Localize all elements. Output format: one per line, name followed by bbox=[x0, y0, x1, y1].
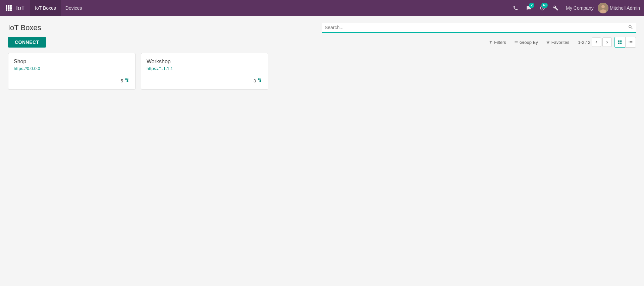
search-container bbox=[322, 23, 636, 33]
clock-badge: 40 bbox=[541, 3, 548, 8]
page-info: 1-2 / 2 bbox=[578, 40, 590, 45]
iot-card-workshop[interactable]: Workshop https://1.1.1.1 3 bbox=[141, 53, 268, 90]
chevron-right-icon bbox=[605, 40, 609, 45]
user-avatar[interactable] bbox=[598, 3, 608, 13]
filter-bar: Filters Group By Favorites bbox=[485, 39, 573, 46]
iot-card-shop[interactable]: Shop https://0.0.0.0 5 bbox=[8, 53, 136, 90]
search-input[interactable] bbox=[322, 23, 636, 33]
company-name[interactable]: My Company bbox=[563, 5, 596, 11]
card-url: https://1.1.1.1 bbox=[147, 66, 263, 71]
svg-rect-0 bbox=[6, 5, 7, 7]
chat-badge: 2 bbox=[529, 3, 534, 8]
chat-icon-btn[interactable]: 2 bbox=[523, 2, 535, 14]
filters-button[interactable]: Filters bbox=[485, 39, 509, 46]
star-icon bbox=[546, 40, 550, 44]
tools-icon-btn[interactable] bbox=[550, 2, 562, 14]
topnav: IoT IoT Boxes Devices 2 40 bbox=[0, 0, 644, 16]
svg-rect-4 bbox=[8, 7, 10, 9]
topnav-menu: IoT Boxes Devices bbox=[30, 0, 87, 16]
list-icon bbox=[628, 40, 633, 45]
card-device-count: 3 bbox=[254, 78, 256, 83]
group-icon bbox=[514, 40, 518, 44]
card-name: Shop bbox=[14, 59, 130, 65]
prev-page-button[interactable] bbox=[592, 38, 601, 47]
connect-button[interactable]: CONNECT bbox=[8, 37, 46, 48]
svg-point-11 bbox=[600, 9, 606, 13]
svg-rect-7 bbox=[8, 9, 10, 11]
svg-rect-6 bbox=[6, 9, 7, 11]
nav-iot-boxes[interactable]: IoT Boxes bbox=[30, 0, 61, 16]
phone-icon-btn[interactable] bbox=[509, 2, 522, 14]
kanban-view-button[interactable] bbox=[614, 37, 625, 48]
grid-menu-icon[interactable] bbox=[4, 3, 13, 13]
plug-icon bbox=[257, 77, 263, 84]
svg-rect-2 bbox=[10, 5, 12, 7]
card-device-count: 5 bbox=[121, 78, 123, 83]
main-content: IoT Boxes CONNECT Filters bbox=[0, 16, 644, 96]
view-switcher bbox=[614, 37, 636, 48]
username[interactable]: Mitchell Admin bbox=[610, 5, 640, 11]
pagination: 1-2 / 2 bbox=[578, 38, 612, 47]
svg-point-10 bbox=[601, 5, 605, 8]
chevron-left-icon bbox=[594, 40, 599, 45]
toolbar: CONNECT Filters Group By Fa bbox=[8, 37, 636, 48]
card-footer: 5 bbox=[14, 72, 130, 84]
group-by-button[interactable]: Group By bbox=[511, 39, 541, 46]
search-icon[interactable] bbox=[628, 24, 633, 31]
svg-rect-8 bbox=[10, 9, 12, 11]
nav-devices[interactable]: Devices bbox=[61, 0, 87, 16]
next-page-button[interactable] bbox=[602, 38, 612, 47]
page-title: IoT Boxes bbox=[8, 23, 322, 32]
activity-icon-btn[interactable]: 40 bbox=[536, 2, 548, 14]
svg-rect-1 bbox=[8, 5, 10, 7]
topnav-right: 2 40 My Company Mitchell Admin bbox=[509, 2, 640, 14]
app-name: IoT bbox=[16, 5, 25, 12]
list-view-button[interactable] bbox=[625, 37, 636, 48]
kanban-icon bbox=[618, 40, 622, 45]
favorites-button[interactable]: Favorites bbox=[543, 39, 573, 46]
cards-grid: Shop https://0.0.0.0 5 Workshop https://… bbox=[8, 53, 636, 90]
plug-icon bbox=[124, 77, 130, 84]
card-url: https://0.0.0.0 bbox=[14, 66, 130, 71]
card-name: Workshop bbox=[147, 59, 263, 65]
filter-icon bbox=[489, 40, 493, 44]
svg-rect-3 bbox=[6, 7, 7, 9]
card-footer: 3 bbox=[147, 72, 263, 84]
svg-rect-5 bbox=[10, 7, 12, 9]
